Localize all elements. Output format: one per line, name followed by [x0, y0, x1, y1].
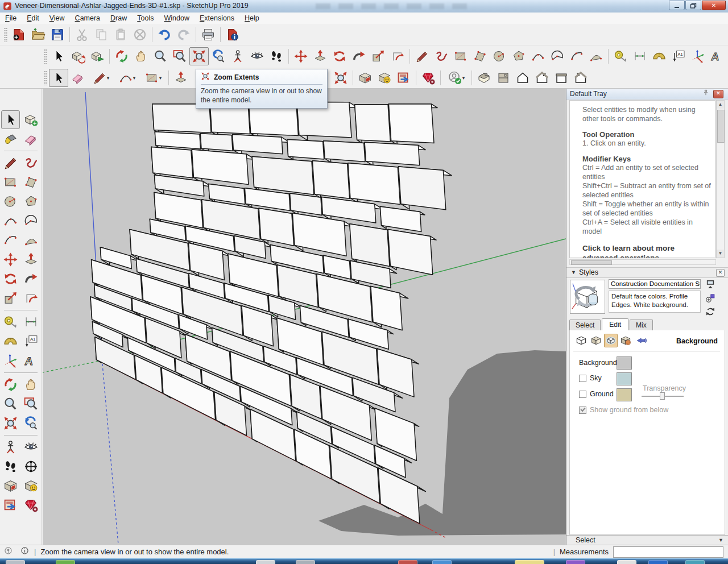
axes-button[interactable] — [688, 47, 708, 65]
push-pull-button[interactable] — [311, 47, 330, 65]
watermark-settings-icon[interactable] — [619, 334, 632, 347]
model-info-button[interactable] — [223, 26, 242, 44]
tape-measure-button[interactable] — [1, 313, 20, 331]
make-unique-button[interactable] — [88, 47, 107, 65]
protractor-button[interactable] — [1, 332, 20, 351]
zoom-window-button[interactable] — [170, 47, 189, 65]
view-front-button[interactable] — [513, 69, 532, 87]
menu-item-extensions[interactable]: Extensions — [195, 13, 239, 23]
new-button[interactable] — [9, 26, 28, 44]
background-settings-icon[interactable] — [604, 334, 618, 347]
menu-item-window[interactable]: Window — [159, 13, 194, 23]
circle-button[interactable] — [1, 192, 20, 211]
shapes-button[interactable]: ▾ — [140, 69, 166, 87]
line-button[interactable] — [1, 154, 20, 172]
protractor-button[interactable] — [650, 47, 669, 65]
follow-me-button[interactable] — [349, 47, 369, 65]
update-style-icon[interactable] — [705, 306, 717, 317]
ground-checkbox[interactable] — [579, 391, 586, 398]
text-button[interactable]: A1 — [22, 332, 40, 351]
taskbar-button[interactable] — [56, 560, 75, 564]
taskbar-button[interactable] — [515, 560, 544, 564]
ground-swatch[interactable] — [617, 388, 632, 401]
ruby-console-button[interactable] — [419, 69, 438, 87]
zoom-window-button[interactable] — [22, 395, 40, 413]
line-button[interactable] — [412, 47, 432, 65]
taskbar-button[interactable] — [432, 560, 452, 564]
scale-button[interactable] — [1, 289, 20, 308]
scroll-up-icon[interactable]: ▲ — [717, 101, 724, 109]
orbit-button[interactable] — [1, 375, 20, 394]
offset-button[interactable] — [388, 47, 407, 65]
position-camera-button[interactable] — [228, 47, 247, 65]
zoom-button[interactable] — [1, 395, 20, 413]
zoom-button[interactable] — [151, 47, 170, 65]
select-button[interactable] — [1, 110, 20, 129]
account-button[interactable]: ▾ — [443, 69, 469, 87]
select-button[interactable] — [49, 69, 68, 87]
extension-warehouse-button[interactable] — [1, 496, 20, 515]
look-around-button[interactable] — [247, 47, 267, 65]
tab-mix[interactable]: Mix — [630, 320, 653, 330]
tape-measure-button[interactable] — [611, 47, 630, 65]
show-ground-checkbox[interactable] — [579, 407, 586, 414]
taskbar-button[interactable] — [256, 560, 275, 564]
style-description[interactable]: Default face colors. Profile Edges. Whit… — [609, 291, 701, 313]
select-cursor-button[interactable] — [49, 47, 68, 65]
zoom-extents-button[interactable] — [1, 414, 20, 433]
select-panel-bar[interactable]: Select ▼ — [566, 535, 728, 545]
tray-header[interactable]: Default Tray ✕ — [566, 89, 728, 99]
taskbar-button[interactable] — [648, 560, 668, 564]
previous-view-button[interactable] — [22, 414, 40, 433]
three-point-arc-button[interactable] — [567, 47, 586, 65]
secondary-pane-icon[interactable] — [705, 279, 717, 290]
polygon-button[interactable] — [509, 47, 528, 65]
menu-item-draw[interactable]: Draw — [105, 13, 132, 23]
menu-item-view[interactable]: View — [44, 13, 70, 23]
save-button[interactable] — [48, 26, 67, 44]
toolbar-drag-handle[interactable] — [4, 27, 7, 42]
view-left-button[interactable] — [571, 69, 590, 87]
filled-arc-button[interactable] — [586, 47, 606, 65]
push-pull-button[interactable] — [22, 250, 40, 269]
rectangle-button[interactable] — [1, 173, 20, 192]
instructor-hscrollbar[interactable] — [569, 259, 716, 265]
filled-arc-button[interactable] — [22, 231, 40, 250]
walk-button[interactable] — [267, 47, 286, 65]
walk-button[interactable] — [1, 457, 20, 476]
move-button[interactable] — [1, 250, 20, 269]
menu-item-edit[interactable]: Edit — [22, 13, 44, 23]
transparency-slider-thumb[interactable] — [660, 392, 665, 400]
zoom-extents-button[interactable] — [331, 69, 350, 87]
taskbar-button[interactable] — [566, 560, 585, 564]
edge-settings-icon[interactable] — [574, 334, 588, 347]
zoom-extents-button[interactable] — [189, 47, 209, 65]
view-right-button[interactable] — [532, 69, 552, 87]
3d-text-button[interactable]: A — [22, 351, 40, 370]
face-settings-icon[interactable] — [589, 334, 603, 347]
menu-item-file[interactable]: File — [0, 13, 22, 23]
styles-panel-header[interactable]: ▼ Styles ✕ — [566, 267, 728, 278]
open-button[interactable] — [28, 26, 48, 44]
rotate-button[interactable] — [1, 269, 20, 288]
style-name-input[interactable]: Construction Documentation Sty — [609, 279, 701, 289]
toolbar-drag-handle[interactable] — [44, 49, 47, 64]
create-style-icon[interactable] — [705, 292, 717, 304]
model-viewport[interactable] — [43, 89, 566, 545]
orbit-button[interactable] — [112, 47, 131, 65]
offset-button[interactable] — [22, 289, 40, 308]
toolbar-drag-handle[interactable] — [44, 70, 47, 85]
text-button[interactable]: A1 — [669, 47, 688, 65]
scroll-down-icon[interactable]: ▼ — [717, 250, 724, 258]
view-iso-button[interactable] — [474, 69, 494, 87]
rectangle-button[interactable] — [451, 47, 470, 65]
measurements-input[interactable] — [613, 546, 723, 558]
taskbar-button[interactable] — [296, 560, 315, 564]
taskbar-button[interactable] — [685, 560, 705, 564]
extension-warehouse-button[interactable] — [394, 69, 413, 87]
instructor-scrollbar[interactable]: ▲ ▼ — [716, 100, 725, 258]
previous-view-button[interactable] — [209, 47, 228, 65]
restore-button[interactable] — [685, 1, 701, 10]
rotate-button[interactable] — [330, 47, 349, 65]
eraser-button[interactable] — [68, 69, 88, 87]
